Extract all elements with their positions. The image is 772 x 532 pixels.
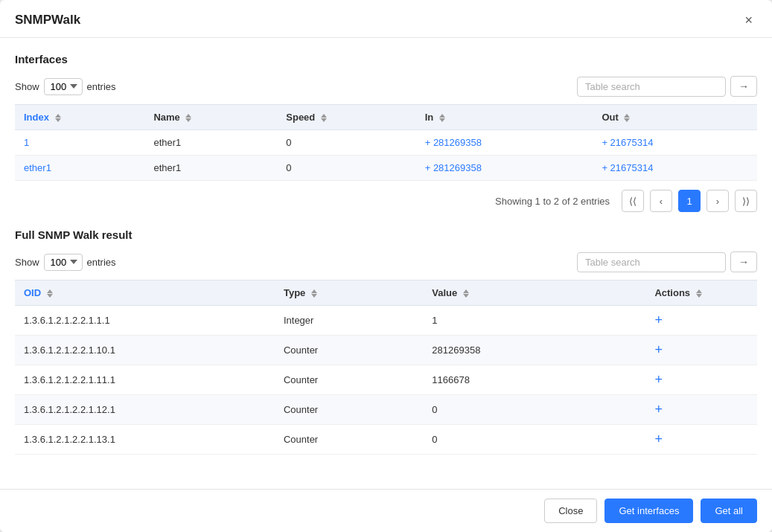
snmp-table: OID Type Value Actions 1.3.6.1.2.1.2.2.1… (15, 280, 757, 455)
snmp-col-oid[interactable]: OID (15, 281, 275, 306)
entries-label-snmp: entries (87, 257, 116, 268)
snmp-section: Full SNMP Walk result Show 100 25 50 ent… (15, 228, 757, 455)
get-interfaces-button[interactable]: Get interfaces (604, 499, 693, 523)
entries-label-interfaces: entries (87, 81, 116, 92)
snmp-cell-value: 1166678 (423, 365, 645, 395)
interfaces-page-1[interactable]: 1 (678, 190, 701, 212)
snmp-cell-oid: 1.3.6.1.2.1.2.2.1.13.1 (15, 425, 275, 455)
interfaces-cell-out: + 21675314 (593, 156, 757, 181)
show-label-interfaces: Show (15, 81, 39, 92)
snmp-table-row: 1.3.6.1.2.1.2.2.1.1.1 Integer 1 + (15, 306, 757, 336)
close-button[interactable]: Close (544, 499, 597, 523)
snmp-cell-actions: + (645, 306, 757, 336)
interfaces-pagination: Showing 1 to 2 of 2 entries ⟨⟨ ‹ 1 › ⟩⟩ (15, 181, 757, 221)
snmp-cell-oid: 1.3.6.1.2.1.2.2.1.1.1 (15, 306, 275, 336)
snmp-cell-value: 1 (423, 306, 645, 336)
snmp-cell-actions: + (645, 336, 757, 365)
interfaces-cell-in: + 281269358 (416, 156, 593, 181)
snmp-cell-type: Counter (275, 395, 423, 425)
snmp-cell-actions: + (645, 395, 757, 425)
interfaces-page-first[interactable]: ⟨⟨ (622, 190, 644, 212)
snmp-cell-type: Counter (275, 365, 423, 395)
interfaces-search-area: → (577, 76, 757, 97)
interfaces-col-speed[interactable]: Speed (277, 105, 415, 130)
snmp-col-type[interactable]: Type (275, 281, 423, 306)
interfaces-cell-out: + 21675314 (593, 130, 757, 156)
entries-select-snmp[interactable]: 100 25 50 (44, 254, 83, 271)
snmp-cell-type: Integer (275, 306, 423, 336)
dialog-close-button[interactable]: × (740, 12, 757, 28)
snmp-cell-actions: + (645, 365, 757, 395)
interfaces-pagination-info: Showing 1 to 2 of 2 entries (495, 196, 610, 207)
snmp-search-input[interactable] (577, 252, 726, 272)
interfaces-search-button[interactable]: → (730, 76, 757, 97)
interfaces-cell-in: + 281269358 (416, 130, 593, 156)
interfaces-search-input[interactable] (577, 77, 726, 97)
dialog-footer: Close Get interfaces Get all (0, 489, 772, 532)
interfaces-col-out[interactable]: Out (593, 105, 757, 130)
interfaces-table-row: 1 ether1 0 + 281269358 + 21675314 (15, 130, 757, 156)
interfaces-section: Interfaces Show 100 25 50 entries → (15, 53, 757, 221)
snmp-action-plus[interactable]: + (654, 402, 663, 417)
snmp-title: Full SNMP Walk result (15, 228, 757, 241)
snmp-cell-type: Counter (275, 425, 423, 455)
snmp-cell-actions: + (645, 425, 757, 455)
snmp-search-area: → (577, 251, 757, 272)
snmp-table-row: 1.3.6.1.2.1.2.2.1.12.1 Counter 0 + (15, 395, 757, 425)
interfaces-page-last[interactable]: ⟩⟩ (735, 190, 757, 212)
dialog-title: SNMPWalk (15, 13, 80, 28)
snmp-action-plus[interactable]: + (654, 372, 663, 387)
interfaces-table: Index Name Speed In Out 1 ether1 0 + 281… (15, 104, 757, 181)
snmp-table-row: 1.3.6.1.2.1.2.2.1.10.1 Counter 281269358… (15, 336, 757, 365)
interfaces-title: Interfaces (15, 53, 757, 65)
snmp-cell-value: 0 (423, 395, 645, 425)
interfaces-col-in[interactable]: In (416, 105, 593, 130)
interfaces-page-next[interactable]: › (706, 190, 729, 212)
dialog-header: SNMPWalk × (0, 0, 772, 38)
entries-select-interfaces[interactable]: 100 25 50 (44, 78, 83, 95)
interfaces-cell-index: 1 (15, 130, 144, 156)
interfaces-cell-index: ether1 (15, 156, 144, 181)
snmp-action-plus[interactable]: + (654, 313, 663, 327)
show-entries-snmp: Show 100 25 50 entries (15, 254, 116, 271)
snmp-col-value[interactable]: Value (423, 281, 645, 306)
snmp-cell-value: 281269358 (423, 336, 645, 365)
snmp-table-controls: Show 100 25 50 entries → (15, 251, 757, 272)
snmp-cell-value: 0 (423, 425, 645, 455)
interfaces-cell-name: ether1 (144, 156, 277, 181)
snmp-cell-type: Counter (275, 336, 423, 365)
snmp-cell-oid: 1.3.6.1.2.1.2.2.1.11.1 (15, 365, 275, 395)
snmpwalk-dialog: SNMPWalk × Interfaces Show 100 25 50 ent… (0, 0, 772, 532)
interfaces-table-row: ether1 ether1 0 + 281269358 + 21675314 (15, 156, 757, 181)
snmp-cell-oid: 1.3.6.1.2.1.2.2.1.10.1 (15, 336, 275, 365)
show-label-snmp: Show (15, 257, 39, 268)
snmp-cell-oid: 1.3.6.1.2.1.2.2.1.12.1 (15, 395, 275, 425)
dialog-body: Interfaces Show 100 25 50 entries → (0, 38, 772, 489)
snmp-action-plus[interactable]: + (654, 342, 663, 357)
snmp-table-row: 1.3.6.1.2.1.2.2.1.11.1 Counter 1166678 + (15, 365, 757, 395)
interfaces-cell-name: ether1 (144, 130, 277, 156)
interfaces-cell-speed: 0 (277, 156, 415, 181)
interfaces-page-prev[interactable]: ‹ (650, 190, 672, 212)
interfaces-table-controls: Show 100 25 50 entries → (15, 76, 757, 97)
snmp-table-row: 1.3.6.1.2.1.2.2.1.13.1 Counter 0 + (15, 425, 757, 455)
interfaces-col-name[interactable]: Name (144, 105, 277, 130)
interfaces-cell-speed: 0 (277, 130, 415, 156)
show-entries-interfaces: Show 100 25 50 entries (15, 78, 116, 95)
get-all-button[interactable]: Get all (701, 499, 757, 523)
snmp-action-plus[interactable]: + (654, 432, 663, 446)
snmp-search-button[interactable]: → (730, 251, 757, 272)
snmp-col-actions[interactable]: Actions (645, 281, 757, 306)
interfaces-col-index[interactable]: Index (15, 105, 144, 130)
